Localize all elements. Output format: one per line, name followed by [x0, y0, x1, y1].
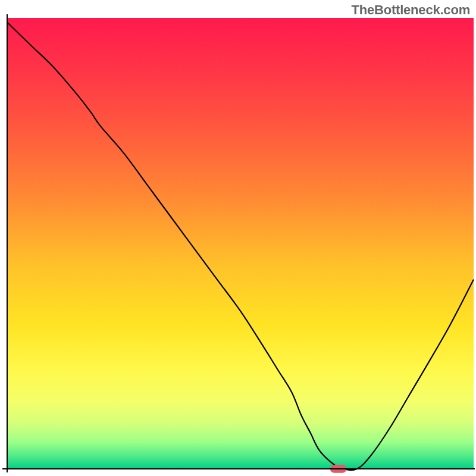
- plot-background: [7, 18, 474, 469]
- bottleneck-chart: [0, 0, 476, 476]
- chart-container: TheBottleneck.com: [0, 0, 476, 476]
- watermark-text: TheBottleneck.com: [351, 2, 470, 18]
